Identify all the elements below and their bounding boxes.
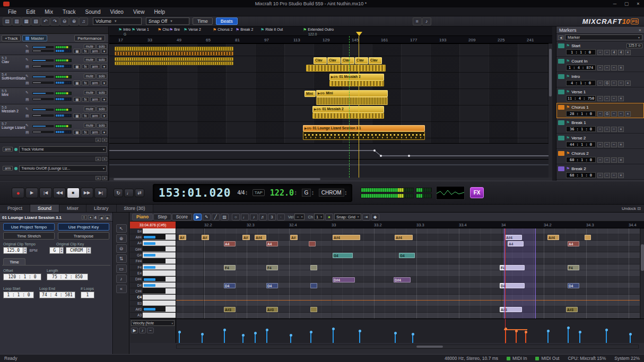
erase-tool-icon[interactable]: ▭	[116, 264, 127, 273]
marker-button[interactable]: −	[611, 81, 617, 86]
piano-key-f4[interactable]: F4	[130, 264, 176, 270]
grid-icon[interactable]: ▦	[73, 130, 81, 135]
clip[interactable]: ▶⊙↻01 Lounge Lizard Session 3.1	[303, 125, 425, 131]
fx-button[interactable]: fx	[82, 113, 89, 118]
piano-key-ds4[interactable]: D#4	[130, 277, 176, 282]
redo-icon[interactable]: ↷	[50, 17, 59, 25]
snap-select[interactable]: Snap Off▾	[146, 17, 189, 25]
marker-button[interactable]: −	[597, 50, 603, 55]
menu-help[interactable]: Help	[149, 8, 170, 16]
marker-row[interactable]: ⚑Break 136 : 1 : 0−−−×	[556, 118, 644, 134]
menu-file[interactable]: File	[3, 8, 21, 16]
midi-note[interactable]: A4	[568, 241, 579, 246]
marker-button[interactable]: −	[604, 142, 610, 147]
clip[interactable]	[115, 57, 233, 61]
clip[interactable]	[115, 47, 233, 51]
marker-button[interactable]: ×	[625, 81, 631, 86]
key-spinner[interactable]: ▴▾	[312, 190, 314, 196]
clip[interactable]	[115, 61, 233, 65]
volume-slider[interactable]	[32, 125, 54, 127]
piano-roll-vscrollbar[interactable]	[640, 228, 644, 319]
clip[interactable]: ▶⊙↻Mini	[316, 90, 388, 97]
tap-tempo-button[interactable]: TAP	[253, 189, 265, 196]
chevron-down-icon[interactable]: ▾	[101, 130, 107, 135]
piano-key-cs4[interactable]: C#4	[130, 288, 176, 294]
marker-time[interactable]: 1 : 4 : 874	[566, 65, 596, 70]
automation-header[interactable]: armTremolo On/Off (Lounge Liz...▾	[0, 162, 108, 175]
piano-key-e4[interactable]: E4	[130, 270, 176, 276]
chevron-down-icon[interactable]: ▾	[101, 81, 107, 85]
pan-slider[interactable]	[32, 98, 54, 100]
vel-select[interactable]: −▾	[294, 214, 304, 220]
piano-icon[interactable]: ♪	[422, 17, 431, 25]
note-icon[interactable]: ♪	[139, 328, 146, 333]
marker-time[interactable]: 60 : 1 : 0	[566, 157, 596, 163]
zoom-in-tool-icon[interactable]: ⊕	[116, 234, 127, 243]
velocity-stem[interactable]	[242, 335, 243, 343]
midi-icon[interactable]: ♫	[79, 17, 88, 25]
solo-button[interactable]: solo	[97, 74, 107, 78]
clip[interactable]	[312, 113, 384, 119]
midi-note[interactable]: A#4	[395, 235, 413, 240]
performance-button[interactable]: Performance	[74, 35, 105, 41]
velocity-stem[interactable]	[179, 332, 180, 343]
clip[interactable]: ▶⊙↻01 Messiah 2	[329, 74, 384, 81]
midi-note[interactable]	[585, 235, 591, 240]
play-button[interactable]: ▶	[25, 188, 38, 198]
tab-library[interactable]: Library	[86, 205, 117, 212]
clip-lanes[interactable]: ClavClavClavClavClav▶⊙↻01 Messiah 2Mini▶…	[109, 27, 552, 143]
velocity-stem[interactable]	[505, 329, 506, 343]
solo-button[interactable]: solo	[97, 107, 107, 111]
automation-param-select[interactable]: Track Volume▾	[19, 146, 107, 153]
marker-button[interactable]: −	[597, 65, 603, 70]
undo-icon[interactable]: ↶	[41, 17, 50, 25]
playhead-line[interactable]	[359, 36, 359, 178]
master-fx-button[interactable]: FX	[470, 187, 484, 198]
clip[interactable]	[316, 97, 388, 105]
piano-key-g4[interactable]: G4	[130, 252, 176, 258]
timeline-area[interactable]: ClavClavClavClavClav▶⊙↻01 Messiah 2Mini▶…	[109, 27, 552, 181]
tab-time[interactable]: Time	[3, 258, 25, 265]
go-to-start-button[interactable]: |◀	[39, 188, 52, 198]
piano-keys[interactable]: B4A#4A4G#4G4F#4F4E4D#4D4C#4C4B3A#3A3	[130, 228, 176, 319]
midi-note[interactable]: F4	[500, 265, 525, 270]
timeline-marker[interactable]: ⚑IntroG	[118, 28, 130, 32]
marker-button[interactable]: −	[611, 65, 617, 70]
minimize-button[interactable]: ─	[609, 1, 621, 7]
time-display[interactable]: 153:01.020	[159, 187, 231, 199]
add-automation-button[interactable]: +	[95, 176, 101, 180]
marker-button[interactable]: −	[597, 142, 603, 147]
marker-button[interactable]: −	[611, 111, 617, 117]
use-project-tempo-button[interactable]: Use Project Tempo	[3, 223, 55, 231]
arm-button[interactable]: arm	[90, 49, 100, 54]
mute-button[interactable]: mute	[84, 90, 95, 95]
midi-note[interactable]: A#	[242, 235, 250, 240]
marker-button[interactable]: ×	[618, 142, 624, 147]
arm-button[interactable]: arm	[90, 130, 100, 135]
menu-video[interactable]: Video	[105, 8, 128, 16]
play-notes-icon[interactable]: ▶	[131, 328, 138, 333]
clip[interactable]: Mini	[304, 91, 316, 97]
marker-button[interactable]: −	[611, 157, 617, 163]
marker-row[interactable]: ⚑Start125.0 ⊙1 : 1 : 0−−44×	[556, 41, 644, 57]
automation-param-select[interactable]: Tremolo On/Off (Lounge Liz...▾	[19, 165, 107, 172]
timeline-marker[interactable]: ⚑Break 2	[236, 28, 253, 32]
marker-button[interactable]: ×	[625, 50, 631, 55]
velocity-stem[interactable]	[266, 330, 267, 343]
loop-icon[interactable]: ↻	[114, 189, 123, 197]
midi-note[interactable]	[310, 307, 317, 312]
midi-note[interactable]: D4	[266, 283, 278, 288]
editor-tab-step[interactable]: Step	[153, 214, 171, 220]
velocity-stem[interactable]	[395, 333, 396, 343]
velocity-stem[interactable]	[579, 332, 580, 343]
editor-tab-score[interactable]: Score	[172, 214, 192, 220]
keyboard-icon[interactable]: ▤	[25, 81, 31, 85]
midi-note[interactable]: A#4	[547, 235, 559, 240]
close-icon[interactable]: ×	[639, 28, 641, 33]
arm-automation-button[interactable]: arm	[3, 166, 13, 171]
clip[interactable]: Clav	[327, 57, 341, 64]
midi-note[interactable]	[310, 283, 317, 288]
velocity-stem[interactable]	[516, 331, 517, 343]
marker-row[interactable]: ⚑Chorus 128 : 1 : 0−G−−×	[556, 103, 644, 118]
time-stretch-button[interactable]: Time Stretch	[3, 232, 55, 240]
